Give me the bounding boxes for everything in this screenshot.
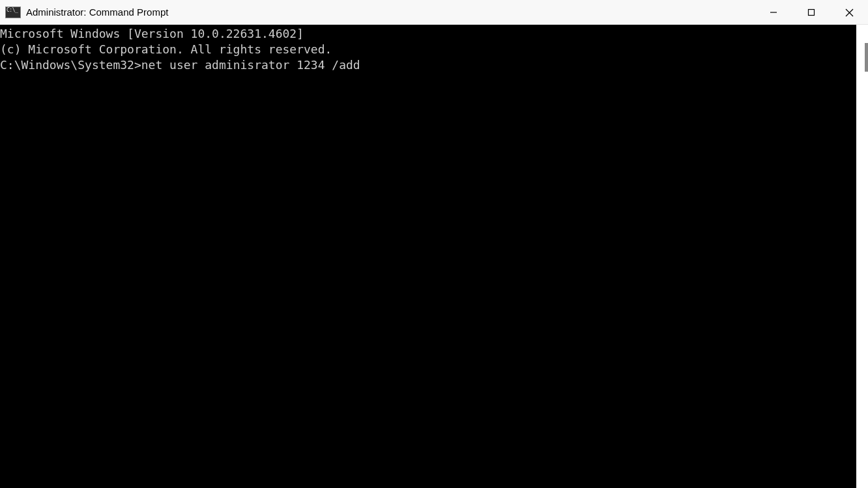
minimize-icon [770,8,777,16]
maximize-button[interactable] [792,0,830,25]
svg-rect-1 [809,10,815,16]
terminal-prompt: C:\Windows\System32> [0,58,141,72]
close-icon [845,8,854,17]
terminal-area: Microsoft Windows [Version 10.0.22631.46… [0,25,868,488]
titlebar-left: Administrator: Command Prompt [0,7,168,18]
vertical-scrollbar[interactable] [856,25,868,488]
window-controls [755,0,868,25]
maximize-icon [807,8,815,16]
terminal-line: (c) Microsoft Corporation. All rights re… [0,42,856,57]
terminal-prompt-line: C:\Windows\System32>net user adminisrato… [0,57,856,73]
cmd-icon [5,7,21,18]
close-button[interactable] [830,0,868,25]
scrollbar-thumb[interactable] [865,43,868,72]
command-prompt-window: Administrator: Command Prompt Micr [0,0,868,488]
titlebar[interactable]: Administrator: Command Prompt [0,0,868,25]
terminal-command: net user adminisrator 1234 /add [141,58,360,72]
terminal-line: Microsoft Windows [Version 10.0.22631.46… [0,26,856,42]
window-title: Administrator: Command Prompt [26,7,168,18]
terminal-output[interactable]: Microsoft Windows [Version 10.0.22631.46… [0,25,856,488]
minimize-button[interactable] [755,0,792,25]
